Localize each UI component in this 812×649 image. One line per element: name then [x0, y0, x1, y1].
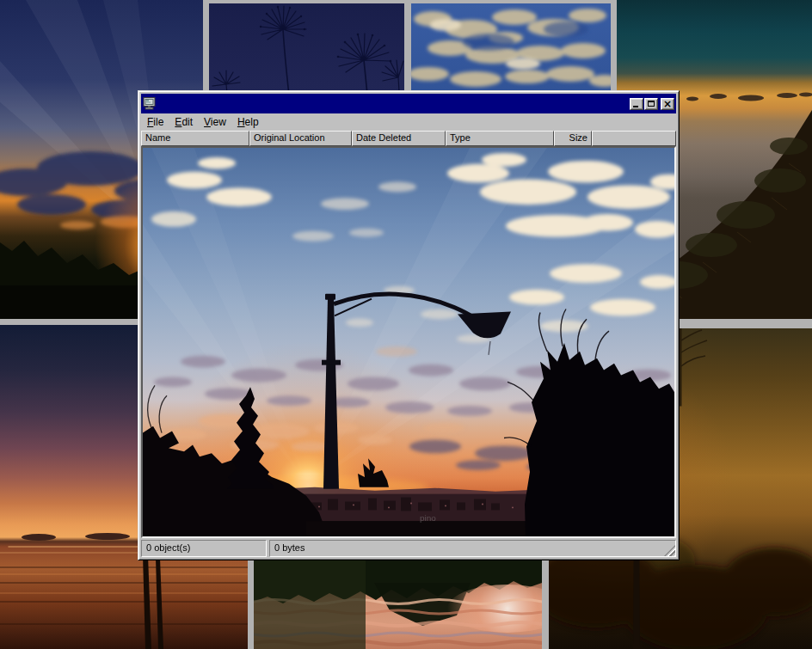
menu-edit[interactable]: Edit [169, 114, 199, 130]
status-bar: 0 object(s) 0 bytes [141, 540, 676, 557]
sunset-photo: pino [143, 148, 674, 536]
maximize-icon [648, 101, 655, 107]
computer-icon [143, 97, 157, 111]
minimize-icon [633, 106, 638, 107]
window-titlebar[interactable]: × [141, 94, 676, 113]
status-object-count: 0 object(s) [141, 540, 267, 557]
minimize-button[interactable] [630, 98, 643, 110]
column-headers: Name Original Location Date Deleted Type… [141, 131, 676, 146]
menu-view[interactable]: View [199, 114, 232, 130]
column-header-name[interactable]: Name [141, 131, 249, 146]
column-header-empty[interactable] [592, 131, 676, 146]
recycle-bin-window: × File Edit View Help Name Original Loca… [138, 90, 680, 560]
close-button[interactable]: × [661, 98, 674, 110]
file-list-area[interactable]: pino [141, 146, 676, 538]
status-size: 0 bytes [274, 542, 304, 553]
menu-bar: File Edit View Help [141, 113, 676, 131]
menu-file[interactable]: File [142, 114, 169, 130]
close-icon: × [663, 100, 672, 108]
status-size-panel: 0 bytes [269, 540, 676, 557]
photo-watermark: pino [420, 513, 436, 523]
column-header-type[interactable]: Type [446, 131, 554, 146]
window-controls: × [630, 98, 674, 110]
column-header-size[interactable]: Size [554, 131, 592, 146]
menu-help[interactable]: Help [232, 114, 265, 130]
column-header-date-deleted[interactable]: Date Deleted [352, 131, 446, 146]
column-header-original-location[interactable]: Original Location [249, 131, 352, 146]
maximize-button[interactable] [644, 98, 658, 110]
